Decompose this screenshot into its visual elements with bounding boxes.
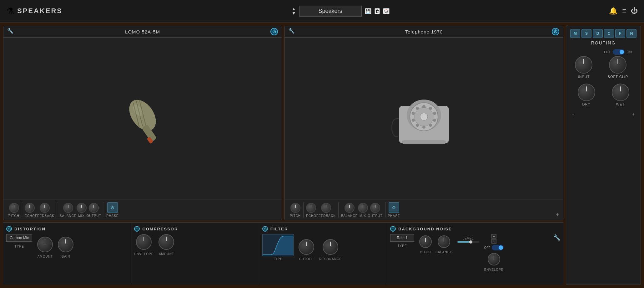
bg-noise-balance-group: BALANCE <box>435 235 452 254</box>
mic2-pitch-knob[interactable] <box>290 203 300 213</box>
bg-noise-envelope-knob[interactable] <box>488 253 500 265</box>
power-icon[interactable]: ⏻ <box>631 7 638 15</box>
mic1-echo-group: ECHO <box>25 203 35 218</box>
filter-cutoff-knob[interactable] <box>299 239 314 255</box>
bg-noise-wrench-icon[interactable]: 🔧 <box>553 234 560 241</box>
distortion-title: DISTORTION <box>14 227 46 231</box>
routing-wet-group: WET <box>612 84 629 106</box>
compressor-envelope-knob[interactable] <box>136 234 152 250</box>
delete-button[interactable]: 🗑 <box>375 8 380 14</box>
sep4 <box>303 202 304 218</box>
mic1-feedback-group: FEEDBACK <box>35 203 54 218</box>
telephone-svg <box>390 87 458 150</box>
mic2-echo-label: ECHO <box>306 214 316 218</box>
mic1-balance-knob[interactable] <box>63 203 73 213</box>
svg-point-16 <box>422 126 425 129</box>
background-noise-section: ⏻ BACKGROUND NOISE Rain 1 TYPE PITCH <box>387 223 563 285</box>
mic2-header: 🔧 Telephone 1970 ⏻ <box>285 26 563 38</box>
soft-clip-knob[interactable] <box>609 56 626 74</box>
bg-noise-title: BACKGROUND NOISE <box>398 227 452 231</box>
mic2-output-knob[interactable] <box>370 203 380 213</box>
mic1-echo-label: ECHO <box>25 214 35 218</box>
compressor-amount-label: AMOUNT <box>159 252 174 256</box>
filter-power-button[interactable]: ⏻ <box>262 226 268 232</box>
distortion-type-selector[interactable]: Carbon Mic <box>6 234 32 242</box>
menu-icon[interactable]: ≡ <box>622 7 626 15</box>
routing-btn-f[interactable]: F <box>615 29 625 38</box>
bg-noise-minus-plus: − + <box>491 234 496 244</box>
mic2-phase-button[interactable]: ⊘ <box>389 202 399 213</box>
bg-noise-pitch-knob[interactable] <box>419 235 432 248</box>
routing-input-group: INPUT <box>575 56 592 79</box>
routing-add-left-button[interactable]: + <box>570 111 576 117</box>
compressor-amount-knob[interactable] <box>158 234 174 250</box>
mic2-phase-group: ⊘ PHASE <box>388 202 400 218</box>
routing-dry-knob[interactable] <box>578 84 595 101</box>
mic1-mix-knob[interactable] <box>77 203 87 213</box>
bg-noise-balance-label: BALANCE <box>435 250 452 254</box>
bg-noise-level-slider[interactable] <box>457 241 479 243</box>
mic1-output-label: OUTPUT <box>87 214 101 218</box>
compressor-header: ⏻ COMPRESSOR <box>134 226 255 232</box>
bottom-effects: ⏻ DISTORTION Carbon Mic TYPE AMOUNT <box>3 222 563 285</box>
svg-point-20 <box>416 107 419 110</box>
mic1-output-knob[interactable] <box>89 203 99 213</box>
distortion-power-button[interactable]: ⏻ <box>6 226 12 232</box>
routing-input-knob[interactable] <box>575 56 592 74</box>
bg-noise-balance-knob[interactable] <box>438 235 450 248</box>
distortion-header: ⏻ DISTORTION <box>6 226 128 232</box>
routing-btn-s[interactable]: S <box>581 29 591 38</box>
svg-point-13 <box>433 112 436 115</box>
mic2-mix-knob[interactable] <box>358 203 368 213</box>
mic2-balance-knob[interactable] <box>345 203 355 213</box>
routing-btn-d[interactable]: D <box>593 29 603 38</box>
routing-wet-knob[interactable] <box>612 84 629 101</box>
distortion-type-label: TYPE <box>15 245 24 248</box>
filter-type-display[interactable] <box>262 234 294 256</box>
bg-noise-toggle[interactable] <box>492 245 504 250</box>
mic1-wrench-icon[interactable]: 🔧 <box>7 28 15 35</box>
mic2-mix-label: MIX <box>360 214 366 218</box>
svg-point-15 <box>429 124 432 127</box>
bg-noise-off-label: OFF <box>484 246 491 249</box>
routing-input-row: INPUT OFF ON SOFT CLIP <box>569 48 637 80</box>
soft-clip-toggle[interactable] <box>613 49 625 55</box>
filter-resonance-knob[interactable] <box>323 239 338 255</box>
routing-btn-c[interactable]: C <box>604 29 614 38</box>
mic2-echo-knob[interactable] <box>306 203 316 213</box>
bg-noise-plus-button[interactable]: + <box>491 239 496 244</box>
bell-icon[interactable]: 🔔 <box>609 7 617 15</box>
on-label: ON <box>626 50 632 54</box>
routing-add-right-button[interactable]: + <box>631 111 637 117</box>
mic1-power-button[interactable]: ⏻ <box>270 28 278 35</box>
routing-btn-n[interactable]: N <box>626 29 636 38</box>
compressor-power-button[interactable]: ⏻ <box>134 226 140 232</box>
routing-btn-m[interactable]: M <box>570 29 580 38</box>
bg-noise-minus-button[interactable]: − <box>491 234 496 239</box>
random-button[interactable]: 🎲 <box>383 8 390 14</box>
topbar: ⚗ SPEAKERS ▲ ▼ Speakers 💾 🗑 🎲 🔔 ≡ ⏻ <box>0 0 644 23</box>
topbar-right: 🔔 ≡ ⏻ <box>609 7 638 15</box>
svg-point-11 <box>422 105 425 108</box>
save-button[interactable]: 💾 <box>365 8 371 14</box>
mic2-add-button[interactable]: + <box>554 211 561 218</box>
mic1-feedback-knob[interactable] <box>40 203 50 213</box>
bg-noise-power-button[interactable]: ⏻ <box>390 226 396 232</box>
mic1-phase-button[interactable]: ⊘ <box>107 202 118 213</box>
routing-input-label: INPUT <box>578 75 590 79</box>
mic1-balance-group: BALANCE <box>60 203 77 218</box>
distortion-amount-knob[interactable] <box>37 237 53 252</box>
mic2-wrench-icon[interactable]: 🔧 <box>289 28 296 35</box>
compressor-title: COMPRESSOR <box>142 227 178 231</box>
bg-noise-type-selector[interactable]: Rain 1 <box>390 234 414 242</box>
mic1-echo-knob[interactable] <box>25 203 35 213</box>
mic2-power-button[interactable]: ⏻ <box>552 28 559 35</box>
mic-panel-telephone: 🔧 Telephone 1970 ⏻ <box>284 26 563 220</box>
svg-point-0 <box>124 95 161 136</box>
distortion-gain-knob[interactable] <box>58 237 73 252</box>
mic1-add-button[interactable]: + <box>6 211 12 218</box>
mic1-image <box>3 38 282 199</box>
preset-name[interactable]: Speakers <box>299 6 362 17</box>
preset-arrows[interactable]: ▲ ▼ <box>292 7 296 15</box>
mic2-feedback-knob[interactable] <box>321 203 331 213</box>
